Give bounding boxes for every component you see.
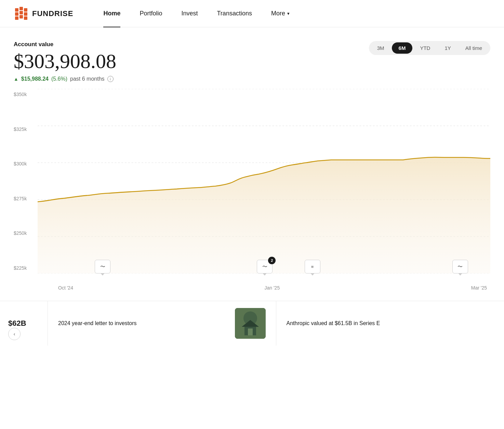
y-label-325k: $325k (14, 126, 38, 132)
time-btn-ytd[interactable]: YTD (413, 42, 437, 54)
svg-rect-4 (19, 11, 23, 14)
svg-rect-19 (248, 329, 253, 335)
y-axis: $350k $325k $300k $275k $250k $225k (14, 89, 38, 273)
svg-rect-3 (19, 7, 23, 10)
brand-name: FUNDRISE (32, 9, 73, 18)
x-label-jan25: Jan '25 (264, 285, 280, 291)
change-percent: (5.6%) (51, 76, 67, 82)
logo[interactable]: FUNDRISE (14, 5, 73, 22)
svg-rect-2 (15, 16, 18, 20)
change-period: past 6 months (70, 76, 105, 82)
svg-rect-1 (15, 12, 18, 16)
y-label-300k: $300k (14, 161, 38, 166)
time-btn-3m[interactable]: 3M (370, 42, 391, 54)
nav-portfolio[interactable]: Portfolio (130, 0, 172, 27)
nav-more[interactable]: More ▾ (262, 0, 299, 27)
nav-transactions[interactable]: Transactions (208, 0, 262, 27)
account-value: $303,908.08 (14, 50, 116, 72)
up-arrow-icon: ▲ (14, 76, 18, 82)
nav-links: Home Portfolio Invest Transactions More … (94, 0, 299, 27)
nav-invest[interactable]: Invest (172, 0, 208, 27)
x-label-mar25: Mar '25 (471, 285, 487, 291)
trend-icon-4: 〜 (457, 264, 463, 270)
account-header: Account value $303,908.08 ▲ $15,988.24 (… (14, 41, 490, 82)
marker-1[interactable]: 〜 (95, 260, 110, 273)
list-icon: ≡ (311, 265, 314, 269)
time-btn-alltime[interactable]: All time (459, 42, 489, 54)
news-left-teaser: $62B ‹ (0, 301, 48, 346)
news-item-1[interactable]: 2024 year-end letter to investors (48, 301, 276, 346)
news-section: $62B ‹ 2024 year-end letter to investors… (0, 301, 504, 346)
svg-rect-7 (24, 12, 27, 16)
svg-rect-6 (24, 8, 27, 12)
news-text-1: 2024 year-end letter to investors (58, 320, 228, 327)
change-amount: $15,988.24 (21, 76, 49, 82)
y-label-275k: $275k (14, 196, 38, 201)
marker-4[interactable]: 〜 (452, 260, 468, 273)
x-axis: Oct '24 Jan '25 Mar '25 (38, 285, 490, 291)
news-amount: $62B (8, 319, 39, 328)
logo-icon (14, 5, 29, 22)
chevron-left-icon: ‹ (14, 331, 15, 337)
account-label: Account value (14, 41, 116, 48)
time-btn-1y[interactable]: 1Y (438, 42, 457, 54)
nav-home[interactable]: Home (94, 0, 130, 27)
svg-rect-8 (24, 16, 27, 20)
navbar: FUNDRISE Home Portfolio Invest Transacti… (0, 0, 504, 27)
time-btn-6m[interactable]: 6M (392, 42, 413, 54)
chart-svg (38, 89, 490, 273)
info-icon[interactable]: i (107, 76, 114, 82)
svg-rect-0 (15, 8, 18, 12)
trend-icon-2: 〜 (262, 264, 267, 270)
y-label-225k: $225k (14, 265, 38, 271)
news-thumb-1 (235, 308, 266, 339)
scroll-left-button[interactable]: ‹ (8, 328, 21, 340)
y-label-350k: $350k (14, 92, 38, 97)
account-info: Account value $303,908.08 ▲ $15,988.24 (… (14, 41, 116, 82)
marker-2[interactable]: 2 〜 (257, 260, 273, 273)
x-label-oct24: Oct '24 (58, 285, 73, 291)
chevron-down-icon: ▾ (287, 11, 290, 16)
marker-3[interactable]: ≡ (305, 260, 320, 273)
trend-icon-1: 〜 (100, 264, 105, 270)
news-text-2: Anthropic valued at $61.5B in Series E (287, 320, 494, 327)
time-filter: 3M 6M YTD 1Y All time (369, 41, 490, 55)
main-content: Account value $303,908.08 ▲ $15,988.24 (… (0, 27, 504, 301)
account-change: ▲ $15,988.24 (5.6%) past 6 months i (14, 76, 116, 82)
y-label-250k: $250k (14, 230, 38, 236)
news-item-2[interactable]: Anthropic valued at $61.5B in Series E (276, 301, 504, 346)
chart-container: $350k $325k $300k $275k $250k $225k (14, 89, 490, 301)
svg-rect-5 (19, 15, 23, 18)
